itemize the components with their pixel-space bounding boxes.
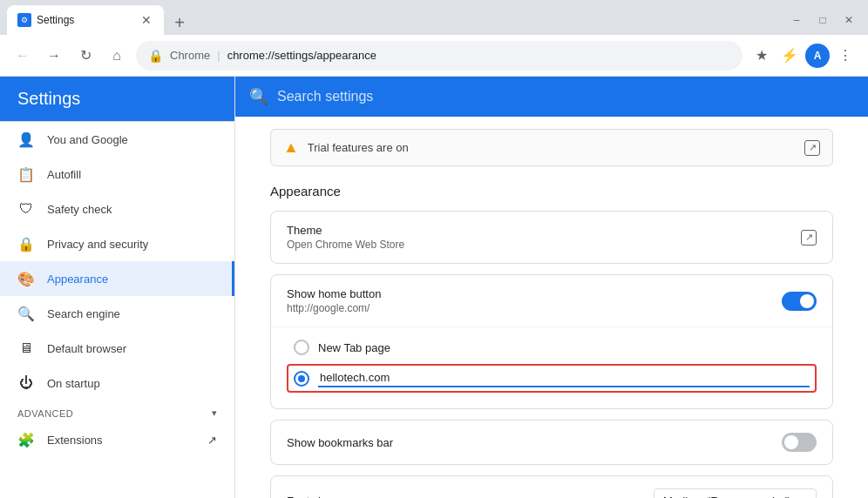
title-bar: ⚙ Settings ✕ + – □ ✕ [0, 0, 868, 35]
url-divider: | [217, 49, 220, 62]
minimize-button[interactable]: – [784, 8, 809, 32]
home-button-info: Show home button http://google.com/ [287, 287, 771, 314]
address-actions: ★ ⚡ A ⋮ [749, 44, 858, 68]
theme-card: Theme Open Chrome Web Store ↗ [270, 211, 833, 264]
bookmarks-info: Show bookmarks bar [287, 436, 771, 449]
tab-close-button[interactable]: ✕ [139, 13, 153, 27]
font-size-info: Font size [287, 495, 643, 498]
sidebar-item-privacy-security[interactable]: 🔒 Privacy and security [0, 226, 234, 261]
home-button-toggle[interactable] [782, 292, 817, 311]
font-size-row: Font size Very Small Small Medium (Recom… [271, 476, 832, 498]
font-size-select-wrapper: Very Small Small Medium (Recommended) La… [654, 488, 817, 498]
you-google-icon: 👤 [17, 131, 35, 148]
profile-button[interactable]: A [805, 44, 830, 68]
sidebar-item-you-google[interactable]: 👤 You and Google [0, 122, 234, 157]
bookmarks-row: Show bookmarks bar [271, 421, 832, 464]
url-brand: Chrome [170, 49, 210, 62]
sidebar-item-default-browser[interactable]: 🖥 Default browser [0, 331, 234, 366]
tab-favicon: ⚙ [17, 13, 31, 27]
home-button-radio-group: New Tab page [271, 327, 832, 408]
search-settings-input[interactable] [277, 89, 854, 104]
url-bar[interactable]: 🔒 Chrome | chrome://settings/appearance [136, 41, 743, 71]
extensions-button[interactable]: ⚡ [777, 44, 802, 68]
sidebar-item-autofill[interactable]: 📋 Autofill [0, 157, 234, 192]
theme-label: Theme [287, 224, 790, 237]
sidebar-label-appearance: Appearance [47, 273, 108, 286]
bookmarks-toggle-slider [782, 433, 817, 452]
sidebar-item-safety-check[interactable]: 🛡 Safety check [0, 192, 234, 226]
tab-title: Settings [37, 14, 134, 26]
bookmark-star-button[interactable]: ★ [749, 44, 774, 68]
sidebar-label-default-browser: Default browser [47, 342, 126, 355]
trial-external-link-icon[interactable]: ↗ [804, 140, 820, 156]
advanced-label: Advanced [17, 408, 73, 419]
sidebar-label-on-startup: On startup [47, 377, 100, 390]
back-button[interactable]: ← [10, 44, 35, 68]
trial-text: Trial features are on [308, 141, 796, 154]
settings-content: ▲ Trial features are on ↗ Appearance The… [235, 77, 868, 498]
refresh-button[interactable]: ↻ [73, 44, 98, 68]
secure-icon: 🔒 [148, 49, 163, 63]
new-tab-radio-option[interactable]: New Tab page [287, 334, 817, 360]
safety-check-icon: 🛡 [17, 200, 35, 218]
main-content: 🔍 ▲ Trial features are on ↗ Appearance T… [235, 77, 868, 498]
tab-strip: ⚙ Settings ✕ + [7, 5, 784, 35]
home-button-label: Show home button [287, 287, 771, 300]
active-tab[interactable]: ⚙ Settings ✕ [7, 5, 164, 35]
search-icon: 🔍 [249, 87, 268, 106]
home-url-input[interactable] [318, 369, 810, 387]
sidebar: Settings 👤 You and Google 📋 Autofill 🛡 S… [0, 77, 235, 498]
theme-row: Theme Open Chrome Web Store ↗ [271, 212, 832, 263]
search-overlay: 🔍 [235, 77, 868, 117]
extensions-external-icon: ↗ [207, 434, 217, 447]
sidebar-label-you-google: You and Google [47, 133, 128, 146]
maximize-button[interactable]: □ [810, 8, 835, 32]
extensions-sidebar-icon: 🧩 [17, 431, 35, 448]
home-button-row: Show home button http://google.com/ [271, 275, 832, 327]
sidebar-item-extensions[interactable]: 🧩 Extensions ↗ [0, 422, 234, 457]
sidebar-advanced-section[interactable]: Advanced ▾ [0, 400, 234, 422]
appearance-icon: 🎨 [17, 270, 35, 287]
font-size-card: Font size Very Small Small Medium (Recom… [270, 475, 833, 498]
sidebar-label-autofill: Autofill [47, 168, 81, 181]
menu-button[interactable]: ⋮ [833, 44, 858, 68]
theme-info: Theme Open Chrome Web Store [287, 224, 790, 251]
new-tab-radio-circle [294, 340, 309, 355]
close-button[interactable]: ✕ [837, 8, 861, 32]
url-radio-circle [294, 371, 309, 387]
window-controls: – □ ✕ [784, 8, 861, 32]
bookmarks-card: Show bookmarks bar [270, 420, 833, 465]
new-tab-button[interactable]: + [167, 10, 192, 35]
forward-button[interactable]: → [42, 44, 66, 68]
url-radio-option-highlighted[interactable] [287, 364, 817, 393]
trial-banner: ▲ Trial features are on ↗ [270, 129, 833, 166]
browser-frame: ⚙ Settings ✕ + – □ ✕ ← → ↻ ⌂ 🔒 Chrome | … [0, 0, 868, 498]
theme-external-link-icon[interactable]: ↗ [801, 230, 817, 246]
bookmarks-label: Show bookmarks bar [287, 436, 771, 449]
advanced-chevron-icon: ▾ [212, 407, 218, 419]
font-size-select[interactable]: Very Small Small Medium (Recommended) La… [654, 488, 817, 498]
autofill-icon: 📋 [17, 165, 35, 183]
trial-warning-icon: ▲ [283, 138, 299, 157]
home-button-desc: http://google.com/ [287, 302, 771, 314]
new-tab-radio-label: New Tab page [318, 341, 390, 354]
url-path: chrome://settings/appearance [227, 49, 376, 62]
privacy-security-icon: 🔒 [17, 235, 35, 252]
sidebar-item-appearance[interactable]: 🎨 Appearance [0, 261, 234, 296]
default-browser-icon: 🖥 [17, 340, 35, 357]
home-button-card: Show home button http://google.com/ New … [270, 274, 833, 409]
sidebar-header: Settings [0, 77, 234, 122]
sidebar-item-search-engine[interactable]: 🔍 Search engine [0, 296, 234, 331]
on-startup-icon: ⏻ [17, 374, 35, 392]
appearance-section-title: Appearance [270, 184, 833, 199]
address-bar: ← → ↻ ⌂ 🔒 Chrome | chrome://settings/app… [0, 35, 868, 77]
home-button[interactable]: ⌂ [105, 44, 129, 68]
sidebar-item-on-startup[interactable]: ⏻ On startup [0, 366, 234, 400]
bookmarks-toggle[interactable] [782, 433, 817, 452]
search-engine-icon: 🔍 [17, 305, 35, 322]
theme-desc: Open Chrome Web Store [287, 239, 790, 251]
sidebar-label-search-engine: Search engine [47, 307, 120, 320]
sidebar-label-safety-check: Safety check [47, 203, 112, 216]
home-button-toggle-slider [782, 292, 817, 311]
content-area: Settings 👤 You and Google 📋 Autofill 🛡 S… [0, 77, 868, 498]
